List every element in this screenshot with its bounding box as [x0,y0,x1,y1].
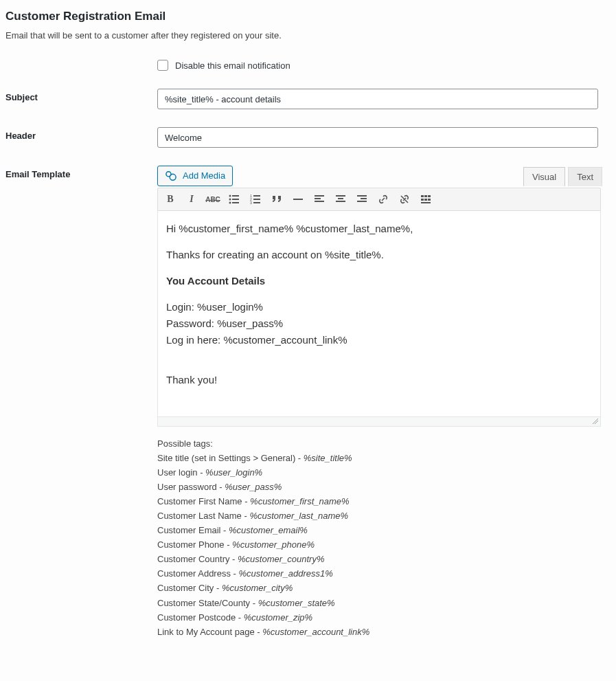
disable-checkbox-label[interactable]: Disable this email notification [157,60,605,71]
tag-placeholder: %user_login% [205,467,262,478]
toolbar-toggle-icon[interactable] [419,192,433,206]
tag-label: Site title (set in Settings > General) - [157,453,304,463]
svg-rect-14 [293,199,303,200]
page-description: Email that will be sent to a customer af… [5,30,611,41]
unlink-icon[interactable] [398,192,411,206]
svg-text:3: 3 [250,201,252,204]
editor-content[interactable]: Hi %customer_first_name% %customer_last_… [157,211,601,417]
svg-rect-9 [253,195,260,197]
email-line: Log in here: %customer_account_link% [166,332,592,348]
tag-line: Site title (set in Settings > General) -… [157,451,605,465]
header-row: Header [5,127,611,148]
tag-line: Customer Email - %customer_email% [157,523,605,537]
svg-point-4 [229,199,231,201]
svg-rect-11 [253,199,260,200]
possible-tags: Possible tags: Site title (set in Settin… [157,436,605,639]
resize-handle[interactable] [157,417,601,427]
tag-placeholder: %customer_city% [222,583,293,593]
svg-rect-24 [421,195,424,197]
tag-line: Customer First Name - %customer_first_na… [157,494,605,509]
svg-rect-26 [428,195,431,197]
bold-icon[interactable]: B [163,192,177,206]
blockquote-icon[interactable] [270,192,284,206]
email-line: Thanks for creating an account on %site_… [166,247,592,263]
template-row: Email Template Add Media Visual Text B [5,166,611,639]
tag-placeholder: %customer_phone% [232,539,315,550]
svg-rect-3 [232,195,239,197]
link-icon[interactable] [376,192,390,206]
strikethrough-icon[interactable]: ABC [206,192,220,206]
svg-rect-29 [428,199,431,201]
svg-rect-16 [315,198,321,199]
tag-placeholder: %site_title% [304,453,352,463]
email-line: Hi %customer_first_name% %customer_last_… [166,221,592,237]
add-media-button[interactable]: Add Media [157,166,233,186]
tag-line: Customer City - %customer_city% [157,581,605,595]
tab-text[interactable]: Text [568,167,602,186]
tag-line: Customer Address - %customer_address1% [157,566,605,581]
page-title: Customer Registration Email [5,10,611,23]
subject-input[interactable] [157,89,598,109]
disable-checkbox[interactable] [157,60,168,71]
align-left-icon[interactable] [312,192,326,206]
subject-row: Subject [5,89,611,109]
svg-rect-5 [232,199,239,200]
svg-rect-22 [361,198,367,199]
svg-rect-30 [421,202,431,203]
tag-line: Customer Postcode - %customer_zip% [157,610,605,625]
tag-line: Customer Phone - %customer_phone% [157,537,605,552]
tag-label: Customer City - [157,583,222,593]
svg-rect-25 [424,195,427,197]
svg-rect-13 [253,202,260,203]
tag-line: Customer State/County - %customer_state% [157,596,605,610]
tag-label: Customer Last Name - [157,511,249,521]
editor-toolbar: B I ABC 123 [157,188,601,211]
tag-placeholder: %user_pass% [225,482,282,492]
tag-placeholder: %customer_first_name% [250,496,350,506]
italic-icon[interactable]: I [185,192,198,206]
tag-line: Customer Last Name - %customer_last_name… [157,509,605,523]
tag-label: Customer Country - [157,554,238,564]
add-media-label: Add Media [183,169,225,183]
tag-placeholder: %customer_address1% [239,568,333,579]
svg-rect-28 [424,199,427,201]
svg-rect-7 [232,202,239,203]
tag-label: User login - [157,467,205,478]
email-line: Login: %user_login% [166,299,592,315]
tag-line: User password - %user_pass% [157,480,605,494]
media-icon [165,170,177,181]
tag-placeholder: %customer_last_name% [249,511,348,521]
template-label: Email Template [5,166,157,179]
tag-label: Customer Address - [157,568,239,579]
email-line: Thank you! [166,372,592,388]
tag-placeholder: %customer_country% [238,554,324,564]
tag-label: Link to My Account page - [157,627,262,637]
svg-rect-19 [338,198,343,199]
tag-label: Customer Email - [157,525,229,535]
email-line-bold: You Account Details [166,273,592,289]
svg-rect-21 [357,195,367,197]
ordered-list-icon[interactable]: 123 [249,192,262,206]
tag-placeholder: %customer_account_link% [262,627,369,637]
header-label: Header [5,127,157,141]
tag-label: Customer Phone - [157,539,232,550]
header-input[interactable] [157,127,598,148]
horizontal-rule-icon[interactable] [291,192,305,206]
svg-rect-15 [315,195,324,197]
tag-line: User login - %user_login% [157,465,605,480]
svg-point-1 [170,174,176,180]
svg-point-6 [229,202,231,204]
align-center-icon[interactable] [334,192,347,206]
tag-placeholder: %customer_zip% [244,612,312,623]
tag-placeholder: %customer_state% [258,598,335,608]
svg-rect-23 [357,201,367,202]
tag-label: Customer First Name - [157,496,250,506]
bullet-list-icon[interactable] [227,192,241,206]
editor-tabs: Visual Text [523,167,602,186]
tag-line: Customer Country - %customer_country% [157,552,605,566]
tag-label: Customer State/County - [157,598,258,608]
align-right-icon[interactable] [355,192,369,206]
tag-placeholder: %customer_email% [229,525,308,535]
tags-intro: Possible tags: [157,436,605,451]
tab-visual[interactable]: Visual [523,167,565,186]
